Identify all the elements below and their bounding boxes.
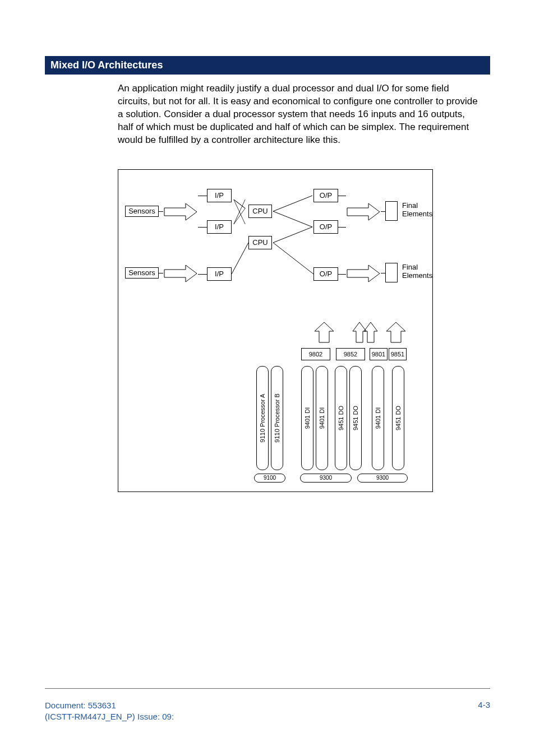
module-di: 9401 DI bbox=[316, 366, 328, 470]
architecture-figure: Sensors Sensors I/P I/P CPU CPU O/P O/P bbox=[118, 169, 433, 492]
arrow-icon bbox=[346, 202, 381, 221]
page-footer: Document: 553631 (ICSTT-RM447J_EN_P) Iss… bbox=[45, 700, 490, 723]
ip-box: I/P bbox=[207, 189, 232, 202]
connector-line-icon bbox=[338, 196, 346, 196]
final-elements-label: Final Elements bbox=[402, 263, 432, 280]
ip-box: I/P bbox=[207, 267, 232, 281]
sensors-box-1: Sensors bbox=[125, 206, 159, 217]
module-processor-a: 9110 Processor A bbox=[256, 366, 269, 470]
module-do: 9451 DO bbox=[349, 366, 362, 470]
arrow-icon bbox=[163, 264, 198, 283]
connector-line-icon bbox=[273, 243, 313, 276]
svg-line-16 bbox=[273, 243, 313, 274]
op-box: O/P bbox=[313, 267, 338, 281]
svg-marker-1 bbox=[164, 265, 197, 282]
svg-line-13 bbox=[273, 227, 312, 243]
cross-connect-icon bbox=[232, 200, 247, 224]
connector-line-icon bbox=[198, 196, 207, 196]
connector-line-icon bbox=[338, 227, 346, 228]
footer-doc-issue: (ICSTT-RM447J_EN_P) Issue: 09: bbox=[45, 711, 174, 722]
sensors-box-2: Sensors bbox=[125, 267, 159, 279]
backplane-label: 9100 bbox=[254, 474, 285, 483]
svg-marker-0 bbox=[164, 203, 197, 220]
up-double-arrow-icon bbox=[352, 321, 379, 344]
svg-marker-14 bbox=[347, 203, 380, 220]
connector-line-icon bbox=[198, 227, 207, 228]
up-arrow-icon bbox=[385, 321, 407, 344]
section-header: Mixed I/O Architectures bbox=[45, 56, 490, 75]
connector-line-icon bbox=[198, 274, 207, 275]
svg-marker-18 bbox=[315, 322, 334, 342]
svg-marker-21 bbox=[386, 322, 405, 342]
svg-marker-17 bbox=[347, 265, 380, 282]
cpu-box: CPU bbox=[248, 236, 272, 249]
footer-doc-number: Document: 553631 bbox=[45, 700, 174, 711]
module-do: 9451 DO bbox=[392, 366, 404, 470]
arrow-icon bbox=[163, 202, 198, 221]
footer-page-number: 4-3 bbox=[478, 700, 490, 709]
svg-line-5 bbox=[234, 200, 245, 208]
carrier-label: 9852 bbox=[336, 348, 365, 360]
figure-container: Sensors Sensors I/P I/P CPU CPU O/P O/P bbox=[118, 169, 490, 492]
module-di: 9401 DI bbox=[372, 366, 384, 470]
carrier-label: 9851 bbox=[389, 348, 407, 360]
connector-line-icon bbox=[159, 273, 163, 273]
module-processor-b: 9110 Processor B bbox=[271, 366, 283, 470]
svg-line-15 bbox=[232, 243, 248, 274]
carrier-label: 9801 bbox=[370, 348, 388, 360]
body-paragraph: An application might readily justify a d… bbox=[118, 82, 479, 147]
module-di: 9401 DI bbox=[301, 366, 313, 470]
backplane-label: 9300 bbox=[300, 474, 352, 483]
chassis-diagram: 9802 9852 9801 9851 9110 Processor A 911… bbox=[247, 344, 421, 484]
connector-line-icon bbox=[159, 211, 163, 212]
svg-line-10 bbox=[273, 196, 312, 211]
backplane-label: 9300 bbox=[357, 474, 408, 483]
ip-box: I/P bbox=[207, 220, 232, 234]
final-elements-box bbox=[385, 263, 398, 282]
carrier-label: 9802 bbox=[301, 348, 330, 360]
op-box: O/P bbox=[313, 220, 338, 234]
final-elements-box bbox=[385, 201, 398, 221]
cpu-box: CPU bbox=[248, 205, 272, 218]
footer-divider bbox=[45, 688, 490, 689]
svg-line-3 bbox=[234, 208, 245, 224]
connector-line-icon bbox=[232, 243, 248, 276]
connector-line-icon bbox=[381, 211, 385, 212]
module-do: 9451 DO bbox=[335, 366, 347, 470]
svg-marker-20 bbox=[364, 322, 377, 342]
final-elements-label: Final Elements bbox=[402, 201, 432, 218]
arrow-icon bbox=[346, 264, 381, 283]
connector-line-icon bbox=[381, 273, 385, 273]
op-box: O/P bbox=[313, 189, 338, 202]
connector-line-icon bbox=[338, 274, 346, 275]
up-arrow-icon bbox=[313, 321, 335, 344]
svg-marker-19 bbox=[353, 322, 366, 342]
